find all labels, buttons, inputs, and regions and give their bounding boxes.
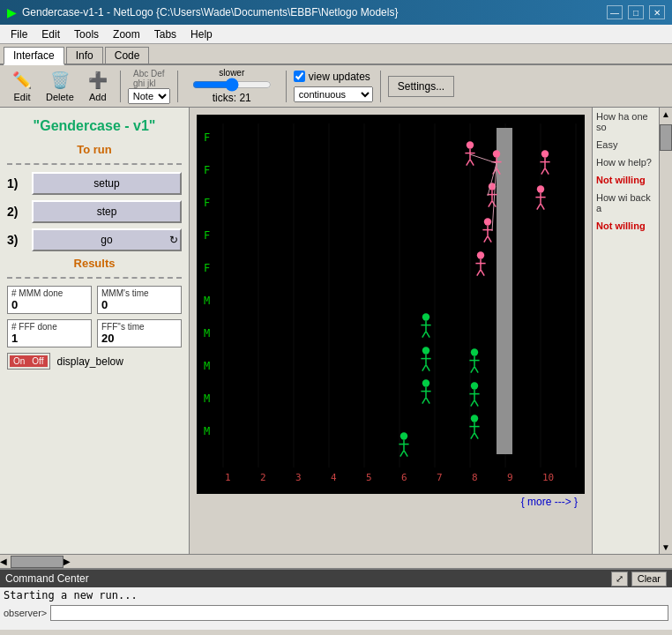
results-grid: # MMM done 0 MMM's time 0	[7, 286, 182, 314]
view-updates-label: view updates	[309, 71, 370, 83]
hscroll-thumb[interactable]	[11, 556, 63, 568]
add-icon: ➕	[88, 71, 108, 90]
scroll-right-arrow[interactable]: ▶	[63, 557, 71, 566]
command-output-text: Starting a new run...	[4, 589, 138, 601]
command-center: Command Center ⤢ Clear Starting a new ru…	[0, 568, 672, 630]
menu-help[interactable]: Help	[183, 26, 220, 42]
toggle-on-label: On	[10, 355, 28, 367]
run-item-1: 1) setup	[7, 172, 182, 195]
fff-time-value: 20	[101, 332, 177, 345]
fff-done-value: 1	[11, 332, 87, 345]
menu-tools[interactable]: Tools	[67, 26, 106, 42]
view-updates-area: view updates	[294, 71, 373, 83]
tab-code[interactable]: Code	[105, 47, 150, 64]
canvas-container: { more ---> }	[190, 108, 592, 554]
delete-button[interactable]: 🗑️ Delete	[41, 69, 79, 104]
speed-slider[interactable]	[192, 78, 272, 92]
run-item-2: 2) step	[7, 200, 182, 223]
right-text-4: How wi back a	[596, 192, 655, 213]
scroll-thumb[interactable]	[660, 124, 672, 151]
to-run-title: To run	[7, 143, 182, 156]
command-input-row: observer>	[0, 603, 672, 623]
fff-done-monitor: # FFF done 1	[7, 319, 92, 347]
tab-interface[interactable]: Interface	[4, 47, 64, 65]
edit-icon: ✏️	[12, 71, 32, 90]
not-willing-2: Not willing	[596, 220, 655, 231]
view-updates-checkbox[interactable]	[294, 71, 305, 82]
close-button[interactable]: ✕	[649, 5, 665, 19]
cycle-icon: ↻	[169, 234, 178, 246]
setup-button[interactable]: setup	[32, 172, 182, 195]
right-panel: How ha one so Easy How w help? Not willi…	[592, 108, 659, 554]
mmm-done-label: # MMM done	[11, 288, 87, 298]
window-title: Gendercase-v1-1 - NetLogo {C:\Users\Wade…	[22, 6, 398, 19]
mmm-done-monitor: # MMM done 0	[7, 286, 92, 314]
note-text-preview: Abc Defghi jkl	[133, 69, 165, 88]
scroll-left-arrow[interactable]: ◀	[0, 557, 7, 566]
toggle-inner: On Off	[10, 355, 48, 367]
settings-button[interactable]: Settings...	[388, 76, 454, 97]
note-dropdown[interactable]: Note	[128, 88, 170, 104]
add-button[interactable]: ➕ Add	[83, 69, 113, 104]
title-bar-left: ▶ Gendercase-v1-1 - NetLogo {C:\Users\Wa…	[7, 5, 398, 19]
not-willing-1: Not willing	[596, 175, 655, 185]
minimize-button[interactable]: —	[607, 5, 623, 19]
mmm-time-label: MMM's time	[101, 288, 177, 298]
mmm-done-value: 0	[11, 298, 87, 311]
observer-label: observer>	[4, 608, 47, 618]
update-mode-dropdown[interactable]: continuous	[294, 86, 373, 102]
menu-file[interactable]: File	[4, 26, 34, 42]
note-selector-area: Abc Defghi jkl Note	[128, 69, 170, 104]
ticks-display: ticks: 21	[213, 92, 251, 104]
mmm-time-monitor: MMM's time 0	[97, 286, 182, 314]
main-content: "Gendercase - v1" To run 1) setup 2) ste…	[0, 108, 672, 554]
step-3-label: 3)	[7, 233, 25, 247]
menu-bar: File Edit Tools Zoom Tabs Help	[0, 25, 672, 44]
tab-info[interactable]: Info	[66, 47, 103, 64]
toolbar-separator-4	[380, 71, 381, 102]
fff-done-label: # FFF done	[11, 322, 87, 332]
maximize-button[interactable]: □	[628, 5, 644, 19]
edit-button[interactable]: ✏️ Edit	[7, 69, 37, 104]
title-bar-right: — □ ✕	[607, 5, 665, 19]
menu-tabs[interactable]: Tabs	[147, 26, 183, 42]
go-button[interactable]: go	[32, 228, 182, 251]
command-expand-button[interactable]: ⤢	[611, 572, 628, 586]
title-bar: ▶ Gendercase-v1-1 - NetLogo {C:\Users\Wa…	[0, 0, 672, 25]
more-link[interactable]: { more ---> }	[197, 494, 585, 510]
command-center-label: Command Center	[5, 572, 89, 585]
model-title: "Gendercase - v1"	[7, 118, 182, 134]
scroll-down-arrow[interactable]: ▼	[660, 541, 672, 554]
dashed-separator-1	[7, 163, 182, 165]
app-icon: ▶	[7, 5, 17, 19]
scroll-up-arrow[interactable]: ▲	[660, 108, 672, 121]
delete-icon: 🗑️	[50, 71, 70, 90]
go-btn-container: go ↻	[32, 228, 182, 251]
fff-time-monitor: FFF"s time 20	[97, 319, 182, 347]
mmm-time-value: 0	[101, 298, 177, 311]
left-panel: "Gendercase - v1" To run 1) setup 2) ste…	[0, 108, 190, 554]
speed-label: slower	[219, 68, 244, 78]
toolbar-separator-2	[177, 71, 178, 102]
right-text-2: Easy	[596, 139, 655, 150]
step-1-label: 1)	[7, 176, 25, 190]
view-options: view updates continuous	[294, 71, 373, 102]
clear-button[interactable]: Clear	[631, 572, 667, 586]
command-input[interactable]	[50, 605, 668, 621]
right-scrollbar: ▲ ▼	[659, 108, 672, 554]
menu-zoom[interactable]: Zoom	[106, 26, 147, 42]
step-button[interactable]: step	[32, 200, 182, 223]
bottom-scrollbar: ◀ ▶	[0, 554, 672, 568]
display-row: On Off display_below	[7, 353, 182, 370]
dashed-separator-2	[7, 277, 182, 279]
toolbar: ✏️ Edit 🗑️ Delete ➕ Add Abc Defghi jkl N…	[0, 65, 672, 108]
right-text-1: How ha one so	[596, 111, 655, 132]
menu-edit[interactable]: Edit	[34, 26, 67, 42]
command-output: Starting a new run...	[0, 587, 672, 603]
run-item-3: 3) go ↻	[7, 228, 182, 251]
results-title: Results	[7, 257, 182, 270]
right-text-3: How w help?	[596, 157, 655, 168]
tab-bar: Interface Info Code	[0, 44, 672, 65]
step-2-label: 2)	[7, 205, 25, 219]
display-toggle[interactable]: On Off	[7, 353, 50, 370]
